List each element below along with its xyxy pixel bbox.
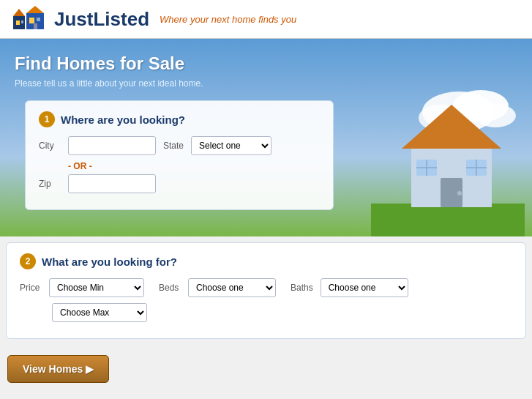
- price-label: Price: [20, 283, 42, 293]
- svg-rect-8: [34, 23, 37, 29]
- zip-label: Zip: [39, 179, 61, 189]
- hero-content: Find Homes for Sale Please tell us a lit…: [0, 39, 359, 210]
- svg-rect-6: [29, 18, 34, 23]
- price-min-select[interactable]: Choose Min $50,000$100,000$150,000 $200,…: [49, 278, 144, 297]
- svg-rect-2: [16, 20, 20, 25]
- baths-label: Baths: [291, 283, 313, 293]
- price-max-select[interactable]: Choose Max $100,000$200,000$300,000 $500…: [52, 303, 147, 322]
- svg-rect-7: [37, 18, 40, 21]
- beds-label: Beds: [159, 283, 181, 293]
- baths-select[interactable]: Choose one 1+2+3+4+: [321, 278, 408, 297]
- svg-marker-1: [13, 9, 25, 16]
- house-illustration: [371, 90, 525, 236]
- hero-section: Find Homes for Sale Please tell us a lit…: [0, 39, 532, 236]
- svg-rect-13: [371, 204, 525, 236]
- arrow-icon: ▶: [86, 363, 94, 375]
- zip-row: Zip: [39, 174, 320, 193]
- section1-title: 1 Where are you looking?: [39, 111, 320, 127]
- header: JustListed Where your next home finds yo…: [0, 0, 532, 39]
- search-criteria-section: 2 What are you looking for? Price Choose…: [6, 242, 526, 339]
- brand-name: JustListed: [54, 8, 149, 31]
- location-card: 1 Where are you looking? City State Sele…: [25, 100, 334, 210]
- state-select[interactable]: Select one AlabamaAlaskaArizona Californ…: [191, 136, 271, 155]
- logo-icon: [12, 6, 47, 32]
- city-row: City State Select one AlabamaAlaskaArizo…: [39, 136, 320, 155]
- svg-rect-3: [21, 20, 23, 23]
- hero-subtitle: Please tell us a little about your next …: [15, 78, 344, 89]
- svg-marker-5: [26, 6, 44, 13]
- beds-select[interactable]: Choose one 1+2+3+4+5+: [188, 278, 276, 297]
- hero-title: Find Homes for Sale: [15, 53, 344, 74]
- section2-title-text: What are you looking for?: [42, 256, 177, 268]
- city-input[interactable]: [68, 136, 156, 155]
- or-divider: - OR -: [68, 161, 320, 171]
- state-label: State: [163, 141, 184, 151]
- price-max-row: Choose Max $100,000$200,000$300,000 $500…: [52, 303, 512, 322]
- zip-input[interactable]: [68, 174, 156, 193]
- step2-number: 2: [20, 253, 36, 269]
- tagline: Where your next home finds you: [160, 14, 296, 25]
- section1-title-text: Where are you looking?: [61, 113, 185, 126]
- view-homes-button[interactable]: View Homes ▶: [7, 355, 109, 383]
- step1-number: 1: [39, 111, 55, 127]
- price-beds-baths-row: Price Choose Min $50,000$100,000$150,000…: [20, 278, 512, 297]
- svg-point-12: [475, 104, 516, 127]
- view-homes-label: View Homes: [23, 363, 83, 375]
- svg-point-17: [457, 191, 462, 195]
- section2-title: 2 What are you looking for?: [20, 253, 512, 269]
- city-label: City: [39, 141, 61, 151]
